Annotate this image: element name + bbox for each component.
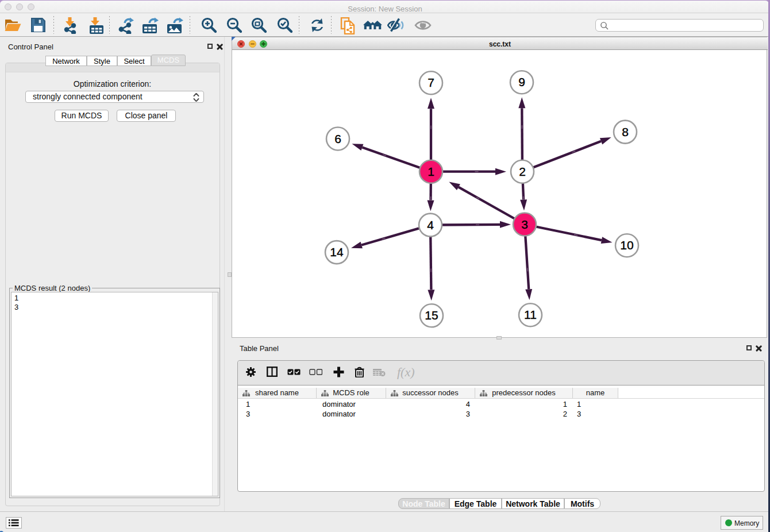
svg-text:3: 3 <box>521 218 528 231</box>
svg-text:1: 1 <box>428 165 434 178</box>
svg-text:7: 7 <box>428 76 434 89</box>
svg-text:11: 11 <box>524 308 537 321</box>
svg-text:9: 9 <box>518 75 525 88</box>
svg-text:6: 6 <box>334 132 341 145</box>
svg-text:10: 10 <box>620 238 633 252</box>
svg-text:4: 4 <box>427 218 434 232</box>
svg-text:15: 15 <box>425 309 438 322</box>
svg-text:14: 14 <box>330 245 344 259</box>
svg-text:8: 8 <box>622 125 629 138</box>
svg-text:2: 2 <box>519 165 526 178</box>
